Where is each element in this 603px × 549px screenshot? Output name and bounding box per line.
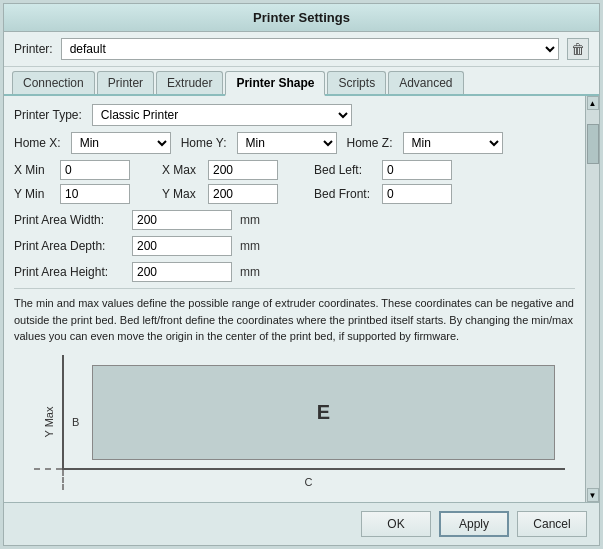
title-bar: Printer Settings: [4, 4, 599, 32]
bed-rectangle: E: [92, 365, 555, 461]
tab-printer[interactable]: Printer: [97, 71, 154, 94]
apply-button[interactable]: Apply: [439, 511, 509, 537]
print-area-height-input[interactable]: [132, 262, 232, 282]
xmin-row: X Min X Max: [14, 160, 278, 180]
cancel-button[interactable]: Cancel: [517, 511, 587, 537]
home-z-label: Home Z:: [347, 136, 393, 150]
b-label: B: [72, 416, 79, 428]
bed-front-row: Bed Front:: [314, 184, 452, 204]
scroll-down-button[interactable]: ▼: [587, 488, 599, 502]
main-content: Printer Type: Classic Printer Home X: Mi…: [4, 96, 585, 502]
printer-row: Printer: default 🗑: [4, 32, 599, 67]
x-axis-line: [62, 468, 565, 470]
scroll-up-button[interactable]: ▲: [587, 96, 599, 110]
delete-icon: 🗑: [571, 41, 585, 57]
tab-advanced[interactable]: Advanced: [388, 71, 463, 94]
info-text: The min and max values define the possib…: [14, 288, 575, 345]
c-label: C: [305, 476, 313, 488]
right-coords: Bed Left: Bed Front:: [314, 160, 452, 204]
home-y-select[interactable]: Min: [237, 132, 337, 154]
left-coords: X Min X Max Y Min Y Max: [14, 160, 278, 204]
width-mm: mm: [240, 213, 260, 227]
print-area-width-label: Print Area Width:: [14, 213, 124, 227]
printer-label: Printer:: [14, 42, 53, 56]
ok-button[interactable]: OK: [361, 511, 431, 537]
bed-left-label: Bed Left:: [314, 163, 374, 177]
ymin-row: Y Min Y Max: [14, 184, 278, 204]
footer: OK Apply Cancel: [4, 502, 599, 545]
home-x-label: Home X:: [14, 136, 61, 150]
scroll-thumb[interactable]: [587, 124, 599, 164]
print-area-depth-label: Print Area Depth:: [14, 239, 124, 253]
print-area-width-input[interactable]: [132, 210, 232, 230]
content-area: Printer Type: Classic Printer Home X: Mi…: [4, 96, 599, 502]
dashed-v-line: [62, 470, 64, 490]
home-y-label: Home Y:: [181, 136, 227, 150]
home-row: Home X: Min Home Y: Min Home Z: Min: [14, 132, 575, 154]
dashed-h-line: [34, 468, 62, 470]
print-area-height-row: Print Area Height: mm: [14, 262, 575, 282]
tab-connection[interactable]: Connection: [12, 71, 95, 94]
bed-front-label: Bed Front:: [314, 187, 374, 201]
dialog-title: Printer Settings: [253, 10, 350, 25]
coords-bed-section: X Min X Max Y Min Y Max: [14, 160, 575, 204]
bed-front-input[interactable]: [382, 184, 452, 204]
e-label: E: [317, 401, 330, 424]
xmin-label: X Min: [14, 163, 52, 177]
ymin-input[interactable]: [60, 184, 130, 204]
height-mm: mm: [240, 265, 260, 279]
ymax-input[interactable]: [208, 184, 278, 204]
xmax-label: X Max: [162, 163, 200, 177]
printer-type-select[interactable]: Classic Printer: [92, 104, 352, 126]
home-z-select[interactable]: Min: [403, 132, 503, 154]
tab-printer-shape[interactable]: Printer Shape: [225, 71, 325, 96]
depth-mm: mm: [240, 239, 260, 253]
xmax-input[interactable]: [208, 160, 278, 180]
print-area-depth-input[interactable]: [132, 236, 232, 256]
tabs-bar: Connection Printer Extruder Printer Shap…: [4, 67, 599, 96]
printer-select[interactable]: default: [61, 38, 559, 60]
printer-settings-dialog: Printer Settings Printer: default 🗑 Conn…: [3, 3, 600, 546]
bed-left-row: Bed Left:: [314, 160, 452, 180]
bed-left-input[interactable]: [382, 160, 452, 180]
scrollbar[interactable]: ▲ ▼: [585, 96, 599, 502]
printer-type-row: Printer Type: Classic Printer: [14, 104, 575, 126]
delete-printer-button[interactable]: 🗑: [567, 38, 589, 60]
print-area-depth-row: Print Area Depth: mm: [14, 236, 575, 256]
tab-scripts[interactable]: Scripts: [327, 71, 386, 94]
ymin-label: Y Min: [14, 187, 52, 201]
print-area-width-row: Print Area Width: mm: [14, 210, 575, 230]
ymax-label: Y Max: [162, 187, 200, 201]
home-x-select[interactable]: Min: [71, 132, 171, 154]
tab-extruder[interactable]: Extruder: [156, 71, 223, 94]
xmin-input[interactable]: [60, 160, 130, 180]
y-axis-label: Y Max: [43, 407, 55, 438]
y-axis-line: [62, 355, 64, 471]
printer-type-label: Printer Type:: [14, 108, 82, 122]
bed-preview-container: Y Max E B C: [34, 355, 575, 491]
print-area-height-label: Print Area Height:: [14, 265, 124, 279]
